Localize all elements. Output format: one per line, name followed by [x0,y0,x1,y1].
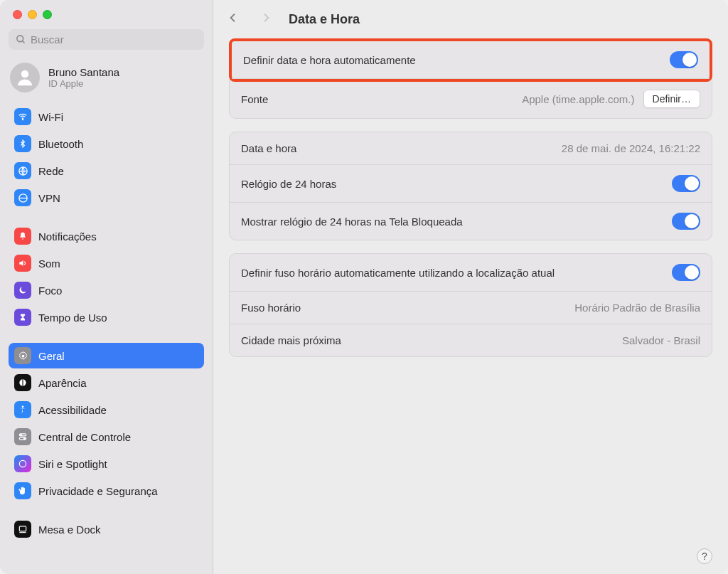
row-city: Cidade mais próxima Salvador - Brasil [230,324,712,356]
sidebar-item-label: Mesa e Dock [38,523,101,536]
svg-point-11 [21,435,22,436]
sidebar-list: Wi-Fi Bluetooth Rede VPN Notificações [0,102,213,574]
settings-window: Buscar Bruno Santana ID Apple Wi-Fi Blue… [0,0,728,574]
row-24h-lockscreen: Mostrar relógio de 24 horas na Tela Bloq… [230,202,712,240]
sidebar-item-notifications[interactable]: Notificações [9,223,204,249]
sidebar-item-label: Privacidade e Segurança [38,485,158,497]
globe-icon [14,162,31,179]
sidebar: Buscar Bruno Santana ID Apple Wi-Fi Blue… [0,0,213,574]
row-label: Fonte [241,93,522,105]
sidebar-item-privacy[interactable]: Privacidade e Segurança [9,478,204,504]
dock-icon [14,521,31,538]
apple-id-row[interactable]: Bruno Santana ID Apple [0,57,213,102]
row-timezone: Fuso horário Horário Padrão de Brasília [230,291,712,324]
hand-icon [14,482,31,499]
svg-point-13 [19,460,26,467]
svg-point-0 [17,36,23,42]
zoom-window-button[interactable] [43,10,52,19]
chevron-right-icon [260,10,272,26]
appearance-icon [14,374,31,391]
sidebar-divider [9,212,204,223]
toggle-auto-datetime[interactable] [670,51,698,68]
content: Definir data e hora automaticamente Font… [213,34,728,574]
row-label: Data e hora [241,142,562,154]
sidebar-item-network[interactable]: Rede [9,158,204,184]
sidebar-item-wifi[interactable]: Wi-Fi [9,104,204,129]
user-text: Bruno Santana ID Apple [48,66,119,89]
row-source: Fonte Apple (time.apple.com.) Definir… [230,80,712,118]
sidebar-item-label: Geral [38,350,65,362]
sidebar-item-dock[interactable]: Mesa e Dock [9,516,204,542]
accessibility-icon [14,401,31,418]
svg-point-6 [21,354,24,357]
page-title: Data e Hora [289,12,360,27]
sidebar-item-label: VPN [38,192,60,204]
sidebar-item-label: Notificações [38,230,97,243]
svg-point-2 [21,70,29,78]
panel-source: Fonte Apple (time.apple.com.) Definir… [229,79,712,119]
sidebar-item-focus[interactable]: Foco [9,277,204,303]
sidebar-item-screentime[interactable]: Tempo de Uso [9,304,204,330]
user-name: Bruno Santana [48,66,119,78]
sidebar-item-label: Siri e Spotlight [38,458,107,470]
hourglass-icon [14,309,31,326]
back-button[interactable] [223,10,243,28]
help-glyph: ? [702,551,707,562]
toggle-auto-timezone[interactable] [672,264,700,281]
main-pane: Data e Hora Definir data e hora automati… [213,0,728,574]
search-placeholder: Buscar [31,33,64,46]
sidebar-item-label: Aparência [38,377,87,389]
sidebar-item-label: Wi-Fi [38,111,63,123]
define-source-button[interactable]: Definir… [643,90,700,108]
row-24h-clock: Relógio de 24 horas [230,164,712,202]
close-window-button[interactable] [13,10,22,19]
wifi-icon [14,108,31,125]
city-value: Salvador - Brasil [622,334,700,346]
toolbar: Data e Hora [213,0,728,34]
row-label: Definir fuso horário automaticamente uti… [241,267,672,279]
sidebar-item-label: Acessibilidade [38,404,107,416]
search-input[interactable]: Buscar [9,29,204,50]
help-button[interactable]: ? [697,548,712,564]
sidebar-item-siri[interactable]: Siri e Spotlight [9,451,204,477]
minimize-window-button[interactable] [28,10,37,19]
row-auto-timezone: Definir fuso horário automaticamente uti… [230,254,712,291]
search-icon [16,34,26,45]
gear-icon [14,347,31,364]
sidebar-item-bluetooth[interactable]: Bluetooth [9,131,204,156]
person-icon [14,67,36,88]
forward-button[interactable] [256,10,276,28]
toggle-24h-lockscreen[interactable] [672,213,700,230]
sidebar-item-label: Tempo de Uso [38,312,107,324]
row-datetime: Data e hora 28 de mai. de 2024, 16:21:22 [230,132,712,164]
sidebar-item-accessibility[interactable]: Acessibilidade [9,397,204,422]
datetime-value: 28 de mai. de 2024, 16:21:22 [562,142,700,154]
panel-clock: Data e hora 28 de mai. de 2024, 16:21:22… [229,132,712,240]
panel-timezone: Definir fuso horário automaticamente uti… [229,253,712,357]
sidebar-item-label: Bluetooth [38,138,83,150]
user-subtitle: ID Apple [48,78,119,89]
sidebar-item-controlcenter[interactable]: Central de Controle [9,424,204,450]
search-wrap: Buscar [0,26,213,57]
row-label: Relógio de 24 horas [241,178,672,190]
avatar [10,63,40,92]
timezone-value: Horário Padrão de Brasília [574,302,700,314]
sidebar-item-vpn[interactable]: VPN [9,185,204,211]
bell-icon [14,228,31,245]
siri-icon [14,455,31,472]
source-value: Apple (time.apple.com.) [522,93,634,105]
toggle-24h-clock[interactable] [672,175,700,192]
sidebar-item-label: Som [38,257,60,270]
sidebar-item-label: Foco [38,285,62,297]
chevron-left-icon [228,10,239,26]
sidebar-item-label: Central de Controle [38,431,131,443]
svg-rect-14 [19,526,26,531]
sidebar-divider [9,505,204,516]
sidebar-item-sound[interactable]: Som [9,250,204,276]
moon-icon [14,282,31,299]
vpn-icon [14,189,31,206]
sidebar-item-appearance[interactable]: Aparência [9,370,204,395]
window-controls [0,0,213,26]
sidebar-item-general[interactable]: Geral [9,343,204,368]
row-label: Cidade mais próxima [241,334,622,346]
